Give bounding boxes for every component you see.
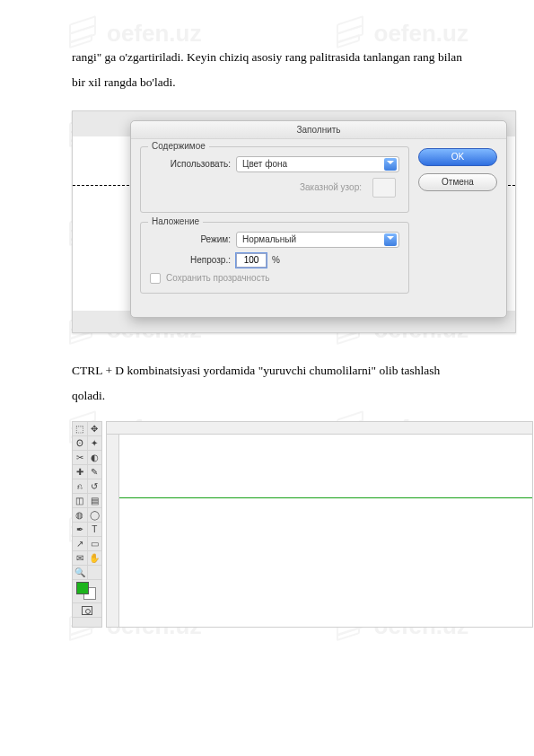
path-tool-icon[interactable]: ↗ [73, 537, 88, 551]
fill-dialog: Заполнить Содержимое Использовать: Цвет … [130, 120, 507, 318]
quickmask-icon [82, 606, 92, 615]
preserve-transparency-label: Сохранить прозрачность [166, 273, 269, 283]
move-tool-icon[interactable]: ✥ [88, 422, 102, 436]
toolbox: ⬚ ✥ ʘ ✦ ✂ ◐ ✚ ✎ ⎌ ↺ ◫ ▤ [72, 421, 102, 628]
type-tool-icon[interactable]: T [88, 523, 102, 537]
fieldset-content-legend: Содержимое [148, 141, 209, 151]
mode-combo[interactable]: Нормальный [236, 232, 399, 248]
color-swatches[interactable] [73, 580, 101, 603]
healing-tool-icon[interactable]: ✚ [73, 465, 88, 479]
opacity-label: Непрозр.: [150, 255, 231, 265]
mode-label: Режим: [150, 234, 231, 244]
fieldset-overlay: Наложение Режим: Нормальный Непрозр.: 10… [140, 222, 409, 294]
ruler-horizontal [107, 422, 532, 435]
ok-button[interactable]: OK [418, 148, 497, 166]
shape-tool-icon[interactable]: ▭ [88, 537, 102, 551]
paragraph-1: rangi" ga o'zgartiriladi. Keyin chiziq a… [72, 45, 471, 96]
canvas[interactable] [119, 435, 532, 627]
eraser-tool-icon[interactable]: ◫ [73, 494, 88, 508]
drawn-green-line [119, 497, 532, 498]
history-brush-tool-icon[interactable]: ↺ [88, 479, 102, 494]
use-combo[interactable]: Цвет фона [236, 156, 399, 172]
preserve-transparency-checkbox[interactable] [150, 273, 161, 284]
pattern-swatch[interactable] [372, 178, 396, 198]
use-label: Использовать: [150, 159, 231, 169]
zoom-tool-icon[interactable]: 🔍 [73, 566, 88, 580]
ruler-vertical [107, 435, 119, 627]
brush-tool-icon[interactable]: ✎ [88, 465, 102, 479]
chevron-down-icon [384, 158, 397, 171]
screenshot-fill-dialog: Заполнить Содержимое Использовать: Цвет … [72, 110, 516, 333]
dodge-tool-icon[interactable]: ◯ [88, 508, 102, 523]
opacity-input[interactable]: 100 [236, 253, 267, 268]
paragraph-2: CTRL + D kombinatsiyasi yordamida "yuruv… [72, 358, 471, 409]
stamp-tool-icon[interactable]: ⎌ [73, 479, 88, 494]
cancel-button[interactable]: Отмена [418, 173, 497, 191]
opacity-pct: % [272, 255, 280, 265]
eyedropper-tool-icon[interactable]: ◐ [88, 451, 102, 465]
selection-tool-icon[interactable]: ⬚ [73, 422, 88, 436]
fieldset-overlay-legend: Наложение [148, 216, 203, 226]
mode-combo-value: Нормальный [242, 234, 296, 244]
pattern-label: Заказной узор: [300, 182, 362, 192]
empty-tool [88, 566, 102, 580]
foreground-color-swatch[interactable] [76, 582, 89, 594]
hand-tool-icon[interactable]: ✋ [88, 551, 102, 566]
screenshot-canvas: ⬚ ✥ ʘ ✦ ✂ ◐ ✚ ✎ ⎌ ↺ ◫ ▤ [72, 421, 533, 628]
wand-tool-icon[interactable]: ✦ [88, 436, 102, 451]
dialog-title: Заполнить [131, 121, 506, 139]
gradient-tool-icon[interactable]: ▤ [88, 494, 102, 508]
quickmask-toggle[interactable] [73, 603, 101, 618]
crop-tool-icon[interactable]: ✂ [73, 451, 88, 465]
fieldset-content: Содержимое Использовать: Цвет фона Заказ… [140, 146, 409, 213]
lasso-tool-icon[interactable]: ʘ [73, 436, 88, 451]
chevron-down-icon [384, 233, 397, 246]
use-combo-value: Цвет фона [242, 159, 287, 169]
document-window [106, 421, 533, 628]
pen-tool-icon[interactable]: ✒ [73, 523, 88, 537]
blur-tool-icon[interactable]: ◍ [73, 508, 88, 523]
notes-tool-icon[interactable]: ✉ [73, 551, 88, 566]
